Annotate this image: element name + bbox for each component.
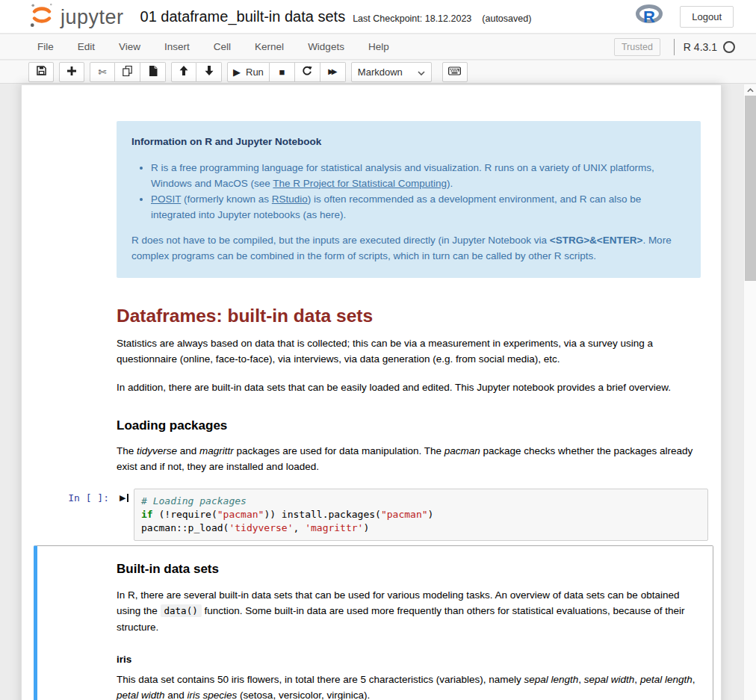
r-logo-icon: R [636,4,663,28]
paste-button[interactable] [140,62,166,82]
menu-item-cell[interactable]: Cell [202,35,243,58]
stop-icon: ■ [279,67,285,77]
loading-packages-heading: Loading packages [117,418,701,433]
menubar-right: Trusted R 4.3.1 [614,38,735,56]
run-button[interactable]: ▶Run [227,62,270,82]
menubar-separator [674,39,675,55]
add-cell-button[interactable] [59,62,84,82]
pkg-tidyverse: tidyverse [137,445,177,456]
pkg-pacman: pacman [444,445,480,456]
save-icon [37,66,46,78]
pkg-magrittr: magrittr [199,445,234,456]
save-button[interactable] [28,62,54,82]
move-cell-up-button[interactable] [171,62,196,82]
info-paragraph-shortcut: <STRG>&<ENTER> [550,235,643,246]
kernel-name: R 4.3.1 [684,41,717,53]
info-bullet-2: POSIT (formerly known as RStudio) is oft… [151,192,686,223]
code-line-2: if (!require("pacman")) install.packages… [141,508,701,521]
copy-button[interactable] [115,62,140,82]
link-posit[interactable]: POSIT [151,193,181,205]
arrow-down-icon [205,66,214,78]
menu-item-insert[interactable]: Insert [152,35,202,58]
info-callout: Information on R and Jupyter Notebook R … [117,121,701,278]
markdown-cell-selected[interactable]: Built-in data sets In R, there are sever… [34,545,713,700]
code-cell: In [ ]: ▶ # Loading packages if (!requir… [22,489,721,541]
chevron-down-icon [418,65,425,78]
markdown-cell-intro[interactable]: Information on R and Jupyter Notebook R … [22,121,721,474]
arrow-up-icon [179,66,188,78]
loading-text: and [177,445,199,456]
move-cell-down-button[interactable] [196,62,222,82]
builtin-paragraph: In R, there are several built-in data se… [117,587,701,636]
info-bullet-1-tail: ). [447,178,453,189]
restart-icon [302,66,312,78]
command-palette-button[interactable] [442,62,468,82]
copy-icon [123,66,132,78]
info-paragraph: R does not have to be compiled, but the … [131,233,686,264]
link-r-project[interactable]: The R Project for Statistical Computing [273,178,447,189]
fast-forward-icon: ▶▶ [328,68,337,75]
jupyter-notebook-app: jupyter 01 dataframe_built-in data sets … [0,0,756,700]
cell-type-value: Markdown [358,66,418,78]
menu-item-edit[interactable]: Edit [66,35,107,58]
jupyter-logo-icon [27,0,57,33]
info-bullet-list: R is a free programming language for sta… [131,161,686,223]
loading-packages-paragraph: The tidyverse and magrittr packages are … [117,443,701,474]
loading-text: packages are used for data manipulation.… [234,445,444,456]
play-icon: ▶ [233,67,241,77]
cell-type-dropdown[interactable]: Markdown [351,62,432,82]
paste-icon [149,66,158,78]
scrollbar-thumb[interactable] [745,96,756,281]
run-button-label: Run [246,66,264,78]
iris-paragraph: This data set contains 50 iris flowers, … [117,672,701,700]
page-title: Dataframes: built-in data sets [117,308,701,323]
jupyter-logo-word: jupyter [61,6,124,29]
menu-item-help[interactable]: Help [356,35,401,58]
iris-heading: iris [117,651,701,668]
toolbar: ✄ ▶Run ■ ▶▶ Markdown [0,61,756,84]
plus-icon [67,66,76,78]
restart-kernel-button[interactable] [295,62,320,82]
info-bullet-1: R is a free programming language for sta… [151,161,686,191]
code-editor[interactable]: # Loading packages if (!require("pacman"… [134,489,708,541]
info-bullet-2-text: (formerly known as [181,193,272,205]
keyboard-icon [448,66,461,78]
menu-item-view[interactable]: View [107,35,152,58]
logout-button[interactable]: Logout [680,6,734,28]
scissors-icon: ✄ [99,67,107,77]
info-paragraph-text: R does not have to be compiled, but the … [131,235,550,246]
builtin-text-tail: function. Some built-in data are used mo… [117,605,685,633]
prompt-column: In [ ]: ▶ [22,489,134,504]
builtin-heading: Built-in data sets [117,561,701,577]
restart-run-all-button[interactable]: ▶▶ [320,62,346,82]
header: jupyter 01 dataframe_built-in data sets … [0,0,756,34]
scrollbar[interactable] [743,84,756,700]
notebook-paper: Information on R and Jupyter Notebook R … [21,84,722,700]
intro-paragraph-2: In addition, there are built-in data set… [117,380,701,395]
cut-button[interactable]: ✄ [90,62,115,82]
scroll-up-button[interactable] [744,84,756,96]
header-right: R Logout [636,4,734,28]
loading-text: The [117,445,137,456]
run-this-cell-icon[interactable]: ▶ [120,494,128,502]
svg-text:R: R [643,7,655,25]
inline-code-data: data() [161,604,202,617]
intro-paragraph-1: Statistics are always based on data that… [117,335,701,367]
menu-item-file[interactable]: File [25,35,66,58]
menu-item-widgets[interactable]: Widgets [296,35,356,58]
autosave-status: (autosaved) [482,13,531,24]
link-rstudio[interactable]: RStudio [272,193,308,205]
jupyter-logo[interactable]: jupyter [27,0,124,33]
code-line-1: # Loading packages [141,495,701,508]
menubar: File Edit View Insert Cell Kernel Widget… [0,34,756,60]
trusted-badge[interactable]: Trusted [614,38,660,56]
interrupt-kernel-button[interactable]: ■ [270,62,295,82]
code-line-3: pacman::p_load('tidyverse', 'magrittr') [141,521,701,535]
cell-prompt: In [ ]: [68,492,109,504]
info-callout-title: Information on R and Jupyter Notebook [131,134,686,149]
notebook-title[interactable]: 01 dataframe_built-in data sets [140,8,346,25]
checkpoint-text: Last Checkpoint: 18.12.2023 [353,13,471,24]
menu-item-kernel[interactable]: Kernel [243,35,296,58]
kernel-status-icon [723,41,735,53]
